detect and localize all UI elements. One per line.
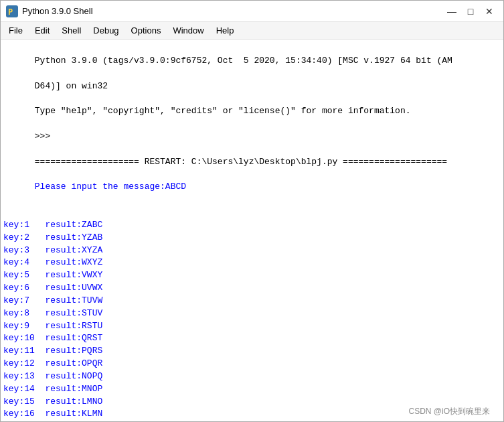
header-line2: D64)] on win32 [35, 81, 108, 91]
result-key: key:13 [3, 371, 35, 381]
svg-text:P: P [8, 7, 13, 17]
result-key: key:11 [3, 346, 35, 356]
title-bar: P Python 3.9.0 Shell — □ ✕ [1, 1, 503, 22]
please-input-line: Please input the message:ABCD [35, 182, 186, 192]
result-key: key:9 [3, 321, 35, 331]
menu-file[interactable]: File [3, 24, 28, 37]
result-key: key:6 [3, 283, 35, 293]
menu-options[interactable]: Options [126, 24, 167, 37]
menu-bar: File Edit Shell Debug Options Window Hel… [1, 22, 503, 40]
menu-window[interactable]: Window [167, 24, 209, 37]
initial-prompt: >>> [35, 131, 56, 141]
result-value: result:QRST [45, 333, 102, 343]
result-value: result:WXYZ [45, 257, 102, 267]
result-key: key:14 [3, 384, 35, 394]
result-key: key:12 [3, 358, 35, 368]
result-value: result:TUVW [45, 295, 102, 305]
close-button[interactable]: ✕ [481, 3, 498, 20]
result-value: result:KLMN [45, 409, 102, 419]
result-key: key:10 [3, 333, 35, 343]
minimize-button[interactable]: — [443, 3, 460, 20]
menu-debug[interactable]: Debug [88, 24, 124, 37]
result-value: result:YZAB [45, 232, 102, 242]
python-icon: P [6, 5, 18, 17]
result-value: result:UVWX [45, 283, 102, 293]
result-key: key:1 [3, 220, 35, 230]
result-key: key:8 [3, 308, 35, 318]
result-value: result:LMNO [45, 397, 102, 407]
result-value: result:VWXY [45, 270, 102, 280]
main-window: P Python 3.9.0 Shell — □ ✕ File Edit She… [0, 0, 504, 422]
shell-content[interactable]: Python 3.9.0 (tags/v3.9.0:9cf6752, Oct 5… [1, 40, 503, 421]
results-container: key:1 result:ZABC key:2 result:YZAB key:… [3, 219, 501, 421]
watermark: CSDN @iO快到碗里来 [408, 406, 490, 417]
result-value: result:MNOP [45, 384, 102, 394]
result-value: result:XYZA [45, 245, 102, 255]
result-value: result:NOPQ [45, 371, 102, 381]
result-value: result:OPQR [45, 358, 102, 368]
result-key: key:5 [3, 270, 35, 280]
window-title: Python 3.9.0 Shell [22, 6, 443, 16]
shell-output: Python 3.9.0 (tags/v3.9.0:9cf6752, Oct 5… [3, 42, 501, 219]
result-key: key:15 [3, 397, 35, 407]
separator-line: ==================== RESTART: C:\Users\l… [35, 157, 447, 167]
result-key: key:16 [3, 409, 35, 419]
result-key: key:7 [3, 295, 35, 305]
result-value: result:STUV [45, 308, 102, 318]
menu-edit[interactable]: Edit [29, 24, 55, 37]
result-key: key:2 [3, 232, 35, 242]
menu-help[interactable]: Help [211, 24, 240, 37]
result-value: result:RSTU [45, 321, 102, 331]
header-line1: Python 3.9.0 (tags/v3.9.0:9cf6752, Oct 5… [35, 56, 452, 66]
menu-shell[interactable]: Shell [56, 24, 86, 37]
header-line3: Type "help", "copyright", "credits" or "… [35, 106, 411, 116]
maximize-button[interactable]: □ [462, 3, 479, 20]
window-controls: — □ ✕ [443, 3, 498, 20]
result-value: result:PQRS [45, 346, 102, 356]
result-value: result:ZABC [45, 220, 102, 230]
result-key: key:4 [3, 257, 35, 267]
result-key: key:3 [3, 245, 35, 255]
